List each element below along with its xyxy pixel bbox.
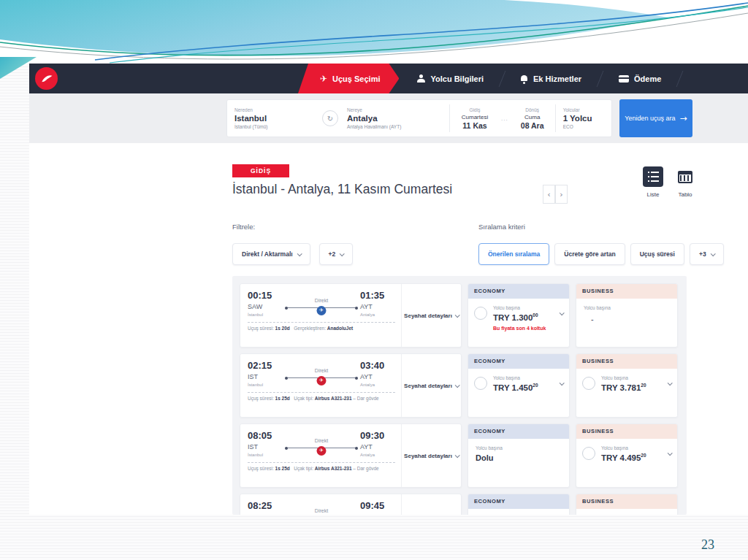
origin-detail: İstanbul (Tümü)	[234, 124, 313, 129]
tab-payment[interactable]: Ödeme	[600, 74, 679, 83]
arrival-city: Antalya	[360, 312, 395, 317]
return-label: Dönüş	[517, 107, 548, 112]
search-summary-bar: Nereden Istanbul İstanbul (Tümü) ↻ Nerey…	[29, 93, 748, 143]
filter-buttons: Direkt / Aktarmalı +2	[232, 243, 353, 265]
swap-icon[interactable]: ↻	[322, 110, 338, 126]
arrival-airport-code: AYT	[360, 373, 395, 380]
economy-header: ECONOMY	[468, 284, 569, 299]
chevron-down-icon[interactable]	[560, 310, 565, 315]
airline-logo-icon[interactable]	[35, 67, 58, 90]
tab-flight-selection[interactable]: ✈ Uçuş Seçimi	[298, 64, 399, 93]
dashed-divider	[248, 322, 395, 323]
passengers-label: Yolcular	[563, 107, 592, 112]
radio-button[interactable]	[474, 377, 487, 390]
flight-card: 00:15 SAW İstanbul Direkt ✈ 01:35	[240, 283, 462, 348]
flight-meta: Uçuş süresi: 1s 20d Gerçekleştiren: Anad…	[248, 326, 395, 331]
view-table-label: Tablo	[678, 191, 692, 198]
view-table-button[interactable]: Tablo	[675, 166, 695, 198]
chevron-down-icon[interactable]	[560, 380, 565, 386]
departure-time: 02:15	[248, 360, 283, 371]
flight-row: 00:15 SAW İstanbul Direkt ✈ 01:35	[240, 283, 679, 348]
radio-button[interactable]	[582, 447, 595, 460]
chevron-down-icon	[710, 251, 715, 256]
destination-detail: Antalya Havalimanı (AYT)	[347, 124, 442, 129]
view-list-button[interactable]: Liste	[643, 166, 663, 198]
departure-airport-code: IST	[248, 373, 283, 380]
return-date-block[interactable]: Dönüş Cuma 08 Ara	[510, 107, 555, 130]
sort-duration-button[interactable]: Uçuş süresi	[630, 243, 684, 265]
trip-details-link[interactable]: Seyahat detayları	[401, 424, 461, 487]
filter-direct-label: Direkt / Aktarmalı	[242, 250, 293, 258]
chevron-down-icon[interactable]	[668, 380, 673, 386]
radio-button[interactable]	[474, 307, 487, 320]
chevron-down-icon[interactable]	[668, 450, 673, 456]
per-passenger-label: Yolcu başına	[601, 375, 646, 380]
search-again-button[interactable]: Yeniden uçuş ara →	[619, 99, 692, 137]
departure-label: Gidiş	[457, 107, 492, 112]
per-passenger-label: Yolcu başına	[493, 305, 538, 310]
filter-more-label: +2	[329, 250, 336, 258]
sort-recommended-label: Önerilen sıralama	[488, 250, 540, 258]
sort-price-label: Ücrete göre artan	[564, 250, 615, 258]
trip-details-link[interactable]: Seyahat detayları	[401, 284, 461, 347]
chevron-right-icon[interactable]: ›	[555, 185, 568, 204]
arrival-time: 09:45	[360, 500, 395, 511]
search-summary-card: Nereden Istanbul İstanbul (Tümü) ↻ Nerey…	[226, 99, 612, 137]
economy-fare-card: ECONOMY Yolcu başına Dolu	[468, 423, 570, 488]
arrival-time: 03:40	[360, 360, 395, 371]
flight-meta: Uçuş süresi: 1s 25d Uçak tipi: Airbus A3…	[248, 396, 395, 401]
business-price: TRY 4.49520	[601, 453, 646, 462]
per-passenger-label: Yolcu başına	[584, 305, 671, 310]
return-date: 08 Ara	[517, 121, 548, 130]
filter-more-dropdown[interactable]: +2	[319, 243, 354, 265]
sort-more-dropdown[interactable]: +3	[690, 243, 724, 265]
dashed-divider	[248, 392, 395, 393]
tab-passenger-info[interactable]: Yolcu Bilgileri	[399, 74, 502, 83]
airline-website-screenshot: ✈ Uçuş Seçimi Yolcu Bilgileri Ek Hizmetl…	[29, 64, 748, 515]
sort-label: Sıralama kriteri	[478, 223, 525, 231]
radio-button[interactable]	[582, 377, 595, 390]
view-list-label: Liste	[647, 191, 660, 198]
trip-details-label: Seyahat detayları	[404, 312, 452, 319]
decorative-wave-banner	[0, 0, 748, 64]
business-price: TRY 3.78120	[601, 383, 646, 392]
sort-price-button[interactable]: Ücrete göre artan	[554, 243, 625, 265]
credit-card-icon	[619, 75, 629, 83]
sort-more-label: +3	[699, 250, 706, 258]
chevron-left-icon[interactable]: ‹	[543, 185, 555, 204]
business-header: BUSINESS	[576, 494, 677, 509]
flight-card: 08:25 Direkt 09:45	[240, 494, 462, 515]
carrier-logo-icon: ✈	[317, 306, 327, 315]
trip-details-link[interactable]: Seyahat detayları	[401, 354, 461, 417]
filter-label: Filtrele:	[232, 223, 255, 231]
departure-day: Cumartesi	[457, 114, 492, 120]
seats-left-note: Bu fiyata son 4 koltuk	[493, 326, 569, 331]
origin-block[interactable]: Nereden Istanbul İstanbul (Tümü)	[227, 107, 321, 129]
passengers-block[interactable]: Yolcular 1 Yolcu ECO	[556, 107, 600, 129]
business-fare-card: BUSINESS Yolcu başına -	[576, 283, 678, 348]
business-fare-card: BUSINESS Yolcu başına TRY 4.49520	[576, 423, 678, 488]
stops-label: Direkt	[286, 438, 357, 443]
economy-price: TRY 1.30000	[493, 312, 538, 322]
passengers-count: 1 Yolcu	[563, 114, 592, 123]
departure-airport-code: IST	[248, 443, 283, 450]
departure-date-block[interactable]: Gidiş Cumartesi 11 Kas	[450, 107, 500, 130]
sort-buttons: Önerilen sıralama Ücrete göre artan Uçuş…	[478, 243, 724, 265]
per-passenger-label: Yolcu başına	[601, 445, 646, 450]
page-title: İstanbul - Antalya, 11 Kasım Cumartesi	[232, 182, 452, 197]
sort-recommended-button[interactable]: Önerilen sıralama	[478, 243, 549, 265]
tab-extra-services[interactable]: Ek Hizmetler	[503, 74, 600, 83]
carrier-logo-icon: ✈	[317, 376, 327, 386]
destination-block[interactable]: Nereye Antalya Antalya Havalimanı (AYT)	[340, 107, 449, 129]
trip-details-link[interactable]	[401, 494, 461, 515]
destination-city: Antalya	[347, 114, 442, 123]
carrier-logo-icon: ✈	[317, 446, 327, 456]
filter-direct-dropdown[interactable]: Direkt / Aktarmalı	[232, 243, 310, 265]
flight-card: 02:15 IST İstanbul Direkt ✈ 03:40	[240, 353, 462, 418]
departure-city: İstanbul	[248, 312, 283, 317]
step-label: Uçuş Seçimi	[332, 74, 380, 83]
departure-time: 08:05	[248, 430, 283, 441]
flight-meta: Uçuş süresi: 1s 25d Uçak tipi: Airbus A3…	[248, 466, 395, 471]
step-label: Ek Hizmetler	[533, 74, 581, 83]
business-price: -	[591, 315, 671, 323]
